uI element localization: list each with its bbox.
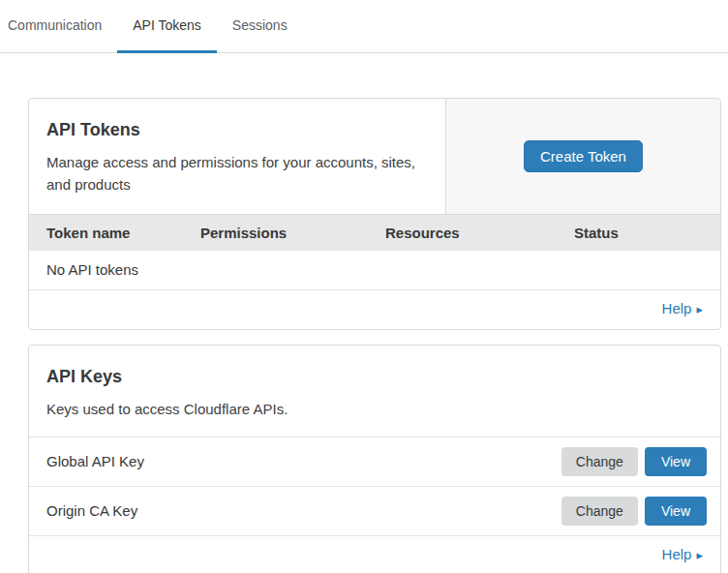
view-origin-ca-key-button[interactable]: View [645, 497, 707, 526]
api-keys-help-link[interactable]: Help▸ [662, 546, 703, 562]
key-label: Global API Key [46, 453, 144, 469]
key-row-origin-ca-key: Origin CA Key Change View [29, 487, 720, 536]
api-keys-card-footer: Help▸ [29, 536, 720, 573]
column-header-status: Status [574, 225, 703, 241]
api-tokens-card-header-text: API Tokens Manage access and permissions… [29, 99, 445, 214]
column-header-token-name: Token name [46, 225, 200, 241]
key-row-global-api-key: Global API Key Change View [29, 437, 720, 487]
view-global-api-key-button[interactable]: View [645, 447, 707, 476]
api-tokens-card-footer: Help▸ [29, 290, 720, 329]
api-keys-title: API Keys [46, 367, 703, 387]
create-token-button[interactable]: Create Token [524, 140, 643, 172]
key-label: Origin CA Key [46, 502, 137, 519]
tab-communication[interactable]: Communication [8, 0, 117, 53]
change-global-api-key-button[interactable]: Change [561, 447, 638, 476]
api-keys-card-header: API Keys Keys used to access Cloudflare … [29, 346, 720, 437]
api-keys-subtitle: Keys used to access Cloudflare APIs. [46, 398, 416, 420]
api-tokens-card: API Tokens Manage access and permissions… [28, 98, 721, 330]
help-link-label: Help [662, 546, 692, 562]
tab-sessions[interactable]: Sessions [217, 0, 303, 53]
column-header-resources: Resources [385, 225, 574, 241]
help-link-label: Help [662, 300, 692, 317]
help-arrow-icon: ▸ [696, 302, 703, 317]
api-tokens-action-panel: Create Token [445, 99, 720, 214]
change-origin-ca-key-button[interactable]: Change [561, 497, 638, 526]
api-tokens-help-link[interactable]: Help▸ [662, 300, 703, 317]
tab-api-tokens[interactable]: API Tokens [117, 0, 217, 53]
tab-bar: Communication API Tokens Sessions [0, 0, 728, 53]
key-actions: Change View [561, 447, 707, 476]
key-actions: Change View [561, 497, 707, 526]
tokens-table-header: Token name Permissions Resources Status [29, 214, 720, 251]
api-tokens-card-header: API Tokens Manage access and permissions… [29, 99, 720, 214]
api-keys-card: API Keys Keys used to access Cloudflare … [28, 345, 721, 573]
column-header-permissions: Permissions [200, 225, 385, 241]
main-content: API Tokens Manage access and permissions… [28, 98, 721, 573]
api-tokens-subtitle: Manage access and permissions for your a… [46, 151, 416, 196]
tokens-empty-message: No API tokens [29, 251, 720, 290]
api-tokens-title: API Tokens [46, 120, 426, 140]
help-arrow-icon: ▸ [696, 548, 703, 562]
